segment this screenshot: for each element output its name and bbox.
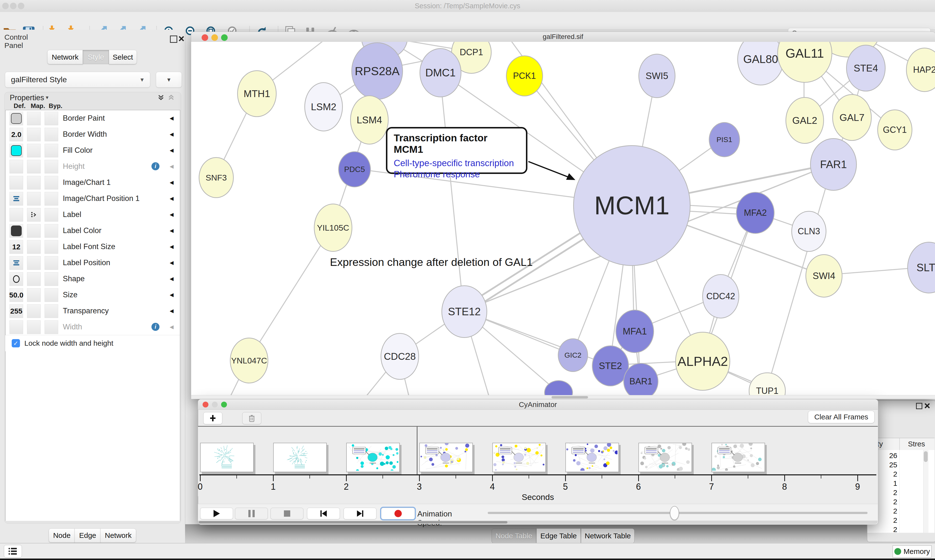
node-LSM2[interactable]: LSM2 xyxy=(304,82,343,131)
byp-cell[interactable] xyxy=(45,304,58,318)
def-cell[interactable]: 255 xyxy=(9,304,23,318)
node-YIL105C[interactable]: YIL105C xyxy=(314,204,352,252)
record-button[interactable] xyxy=(381,508,415,519)
clear-all-frames-button[interactable]: Clear All Frames xyxy=(808,411,875,423)
property-row[interactable]: Fill Color◀ xyxy=(6,142,180,158)
tab-node-table[interactable]: Node Table xyxy=(492,528,536,543)
minimize-window-icon[interactable] xyxy=(211,34,218,41)
network-canvas[interactable]: DCP1RPS28ADMC1PCK1SWI5GAL80GAL11STE4HAP2… xyxy=(191,42,935,399)
map-cell[interactable] xyxy=(27,160,41,174)
byp-cell[interactable] xyxy=(45,288,58,302)
animation-speed-slider-thumb[interactable] xyxy=(670,506,679,520)
property-row[interactable]: Widthi◀ xyxy=(6,319,180,335)
canvas-hscrollbar[interactable] xyxy=(191,395,935,399)
node-CDC28[interactable]: CDC28 xyxy=(381,333,419,380)
tab-edge-table[interactable]: Edge Table xyxy=(536,528,581,543)
collapse-all-icon[interactable] xyxy=(157,94,165,101)
def-cell[interactable] xyxy=(9,176,23,189)
def-cell[interactable]: 12 xyxy=(9,240,23,254)
node-RPS28A[interactable]: RPS28A xyxy=(351,42,403,100)
column-divider[interactable] xyxy=(900,438,900,450)
node-PIS1[interactable]: PIS1 xyxy=(709,122,740,157)
def-cell[interactable] xyxy=(9,160,23,174)
expand-arrow-icon[interactable]: ◀ xyxy=(170,158,174,174)
node-STE4[interactable]: STE4 xyxy=(846,45,886,91)
close-window-icon[interactable] xyxy=(202,34,208,41)
frame-thumbnail-2[interactable] xyxy=(346,443,400,472)
expand-arrow-icon[interactable]: ◀ xyxy=(170,142,174,158)
property-row[interactable]: Shape◀ xyxy=(6,271,180,287)
expand-arrow-icon[interactable]: ◀ xyxy=(170,126,174,142)
byp-cell[interactable] xyxy=(45,144,58,157)
node-CLN3[interactable]: CLN3 xyxy=(792,211,826,252)
property-row[interactable]: 12Label Font Size◀ xyxy=(6,238,180,255)
node-ALPHA2[interactable]: ALPHA2 xyxy=(675,332,730,391)
map-cell[interactable] xyxy=(27,304,41,318)
close-window-icon[interactable] xyxy=(202,402,208,408)
map-cell[interactable] xyxy=(27,176,41,189)
node-GAL2[interactable]: GAL2 xyxy=(785,97,824,144)
property-row[interactable]: Image/Chart 1◀ xyxy=(6,174,180,191)
expand-arrow-icon[interactable]: ◀ xyxy=(170,206,174,223)
float-panel-icon[interactable] xyxy=(170,35,177,43)
expand-arrow-icon[interactable]: ◀ xyxy=(170,303,174,319)
frame-thumbnail-4[interactable] xyxy=(492,443,546,472)
map-cell[interactable] xyxy=(27,112,41,125)
table-row[interactable]: 25 xyxy=(873,461,897,469)
map-cell[interactable] xyxy=(27,208,41,222)
byp-cell[interactable] xyxy=(45,192,58,206)
def-cell[interactable] xyxy=(9,224,23,238)
property-row[interactable]: 255Transparency◀ xyxy=(6,303,180,319)
node-MFA2[interactable]: MFA2 xyxy=(736,192,775,234)
byp-cell[interactable] xyxy=(45,224,58,238)
annotation-callout[interactable]: Transcription factor MCM1 Cell-type-spec… xyxy=(386,127,528,174)
playhead[interactable] xyxy=(417,427,417,475)
expand-arrow-icon[interactable]: ◀ xyxy=(170,287,174,303)
map-cell[interactable] xyxy=(27,128,41,142)
play-button[interactable] xyxy=(200,508,233,519)
map-cell[interactable] xyxy=(27,256,41,270)
frame-thumbnail-5[interactable] xyxy=(565,443,619,472)
node-BAR1[interactable]: BAR1 xyxy=(623,363,659,399)
map-cell[interactable] xyxy=(27,192,41,206)
expand-arrow-icon[interactable]: ◀ xyxy=(170,110,174,126)
info-icon[interactable]: i xyxy=(151,162,159,170)
map-cell[interactable] xyxy=(27,224,41,238)
tab-edge-style[interactable]: Edge xyxy=(74,528,101,543)
property-row[interactable]: Label◀ xyxy=(6,206,180,223)
node-GIC2[interactable]: GIC2 xyxy=(558,338,588,372)
byp-cell[interactable] xyxy=(45,240,58,254)
table-scrollbar[interactable] xyxy=(923,450,929,533)
byp-cell[interactable] xyxy=(45,176,58,189)
node-LSM4[interactable]: LSM4 xyxy=(350,95,389,145)
table-row[interactable]: 2 xyxy=(873,488,897,497)
node-SWI4[interactable]: SWI4 xyxy=(805,254,842,297)
lock-size-row[interactable]: ✓ Lock node width and height xyxy=(5,335,180,351)
stop-button[interactable] xyxy=(270,508,303,519)
node-SNF3[interactable]: SNF3 xyxy=(199,157,234,198)
table-row[interactable]: 2 xyxy=(873,525,897,534)
expand-all-icon[interactable] xyxy=(168,94,175,101)
node-YNL047C[interactable]: YNL047C xyxy=(230,338,268,383)
property-row[interactable]: Image/Chart Position 1◀ xyxy=(6,191,180,207)
close-table-icon[interactable] xyxy=(924,403,930,409)
def-cell[interactable] xyxy=(9,144,23,157)
def-cell[interactable] xyxy=(9,192,23,206)
node-STE12[interactable]: STE12 xyxy=(441,285,487,338)
style-options-button[interactable]: ▾ xyxy=(156,72,182,88)
def-cell[interactable] xyxy=(9,256,23,270)
properties-header[interactable]: Properties ▾ xyxy=(5,92,181,102)
map-cell[interactable] xyxy=(27,288,41,302)
expand-arrow-icon[interactable]: ◀ xyxy=(170,191,174,206)
frame-thumbnail-6[interactable] xyxy=(639,443,692,472)
tab-network-table[interactable]: Network Table xyxy=(581,528,634,543)
node-SWI5[interactable]: SWI5 xyxy=(639,54,676,98)
tab-style[interactable]: Style xyxy=(83,50,110,64)
map-cell[interactable] xyxy=(27,144,41,157)
node-MTH1[interactable]: MTH1 xyxy=(237,70,276,117)
expand-arrow-icon[interactable]: ◀ xyxy=(170,271,174,287)
table-row[interactable]: 2 xyxy=(873,470,897,478)
table-row[interactable]: 1 xyxy=(873,479,897,488)
def-cell[interactable] xyxy=(9,320,23,334)
node-MCM1[interactable]: MCM1 xyxy=(573,145,691,266)
